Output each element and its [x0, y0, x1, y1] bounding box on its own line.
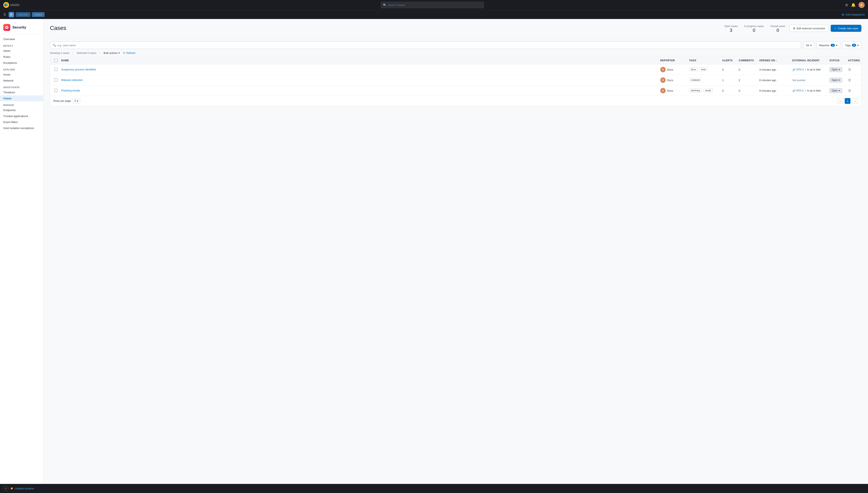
global-search-bar[interactable]: 🔍 Search Elastic — [381, 2, 484, 8]
help-icon[interactable]: ⊕ — [845, 3, 848, 7]
sidebar-item-event-filters[interactable]: Event filters — [0, 119, 43, 125]
opened-on-column-header: Opened on ↓ — [758, 57, 791, 64]
select-all-checkbox[interactable] — [54, 59, 58, 62]
create-new-case-button[interactable]: ＋ Create new case — [831, 25, 861, 32]
elastic-logo[interactable]: elastic — [3, 2, 20, 8]
sidebar-item-rules[interactable]: Rules — [0, 54, 43, 60]
row3-status-badge[interactable]: Open ▾ — [829, 88, 842, 93]
notifications-icon[interactable]: 🔔 — [851, 3, 855, 7]
elastic-wordmark: elastic — [10, 3, 20, 7]
row2-checkbox[interactable] — [54, 78, 58, 82]
previous-page-button[interactable]: ‹ — [837, 98, 843, 104]
sidebar-section-investigate: Investigate Timelines Cases — [0, 84, 43, 101]
sidebar-item-endpoints[interactable]: Endpoints — [0, 107, 43, 113]
hamburger-menu[interactable]: ☰ — [3, 13, 6, 17]
row3-delete-button[interactable]: 🗑 — [848, 89, 851, 92]
status-chevron-icon: ▾ — [839, 89, 840, 92]
cases-table: Name Reporter Tags Alerts Comments Opene… — [50, 57, 861, 96]
status-column-header: Status — [828, 57, 846, 64]
rows-per-page-select[interactable]: 5 ▾ — [73, 99, 80, 103]
case-search-wrapper[interactable]: 🔍 — [50, 42, 801, 49]
chevron-down-icon: ▾ — [810, 44, 812, 47]
sidebar-item-hosts[interactable]: Hosts — [0, 72, 43, 78]
row3-checkbox[interactable] — [54, 89, 58, 92]
row3-nta-link[interactable]: NTA-2 — [796, 89, 804, 92]
actions-column-header: Actions — [846, 57, 859, 64]
row3-case-link[interactable]: Phishing emails — [61, 89, 80, 92]
row1-status-badge[interactable]: Open ▾ — [829, 67, 842, 72]
row1-case-link[interactable]: Suspicious process identified — [61, 68, 96, 71]
table-meta-row: Showing 3 cases | Selected 0 cases | Bul… — [50, 51, 861, 55]
sidebar-item-timelines[interactable]: Timelines — [0, 89, 43, 95]
row2-alerts: 1 — [721, 76, 737, 84]
top-navigation: elastic 🔍 Search Elastic ⊕ 🔔 D — [0, 0, 868, 10]
next-page-button[interactable]: › — [852, 98, 858, 104]
edit-external-label: Edit external connection — [797, 27, 825, 30]
sidebar-item-trusted-apps[interactable]: Trusted applications — [0, 113, 43, 119]
row3-status: Open ▾ — [828, 86, 846, 95]
reporter-filter-button[interactable]: Reporter 1 ▾ — [817, 42, 840, 49]
row2-tags: malware — [687, 76, 721, 85]
breadcrumb: Security › Cases — [16, 12, 45, 17]
row1-checkbox[interactable] — [54, 68, 58, 71]
row1-alerts: 0 — [721, 66, 737, 74]
search-icon: 🔍 — [383, 3, 386, 7]
tags-filter-button[interactable]: Tags 5 ▾ — [842, 42, 861, 49]
sidebar-item-exceptions[interactable]: Exceptions — [0, 60, 43, 66]
row2-not-pushed-label: Not pushed — [792, 79, 805, 82]
breadcrumb-separator: › — [31, 13, 31, 16]
sidebar-item-host-isolation[interactable]: Host isolation exceptions — [0, 125, 43, 131]
row1-nta-link[interactable]: NTA-3 — [796, 68, 804, 71]
showing-cases-text: Showing 3 cases — [50, 51, 69, 55]
open-cases-stat: Open cases 3 — [725, 25, 738, 33]
refresh-label: Refresh — [127, 51, 136, 55]
sidebar-item-label: Host isolation exceptions — [3, 127, 34, 130]
row3-tags: phishing email — [687, 86, 721, 95]
sidebar-item-label: Hosts — [3, 73, 10, 76]
page-1-button[interactable]: 1 — [845, 98, 850, 104]
svg-point-4 — [6, 4, 8, 6]
case-search-input[interactable] — [58, 44, 799, 47]
sidebar-section-manage-label: Manage — [0, 101, 43, 107]
breadcrumb-cases[interactable]: Cases — [32, 12, 45, 17]
header-actions: ⚙ Edit external connection ＋ Create new … — [790, 25, 861, 32]
sidebar-item-label: Trusted applications — [3, 114, 28, 118]
row3-select — [52, 86, 60, 95]
row1-tag-host: host — [699, 67, 708, 71]
bulk-actions-button[interactable]: Bulk actions ▾ — [104, 51, 120, 55]
second-navigation-bar: ☰ D Security › Cases ⊞ Add integrations — [0, 10, 868, 19]
row1-status: Open ▾ — [828, 65, 846, 74]
sidebar-item-label: Timelines — [3, 91, 15, 94]
new-timeline-button[interactable]: + — [3, 486, 9, 491]
row1-reporter: D Docs — [659, 64, 687, 75]
row2-delete-button[interactable]: 🗑 — [848, 78, 851, 82]
reporter-filter-label: Reporter — [819, 44, 830, 47]
sidebar-item-network[interactable]: Network — [0, 78, 43, 84]
row1-opened-on: 3 minutes ago — [758, 66, 791, 74]
add-integrations-button[interactable]: ⊞ Add integrations — [842, 13, 865, 16]
table-pagination: Rows per page: 5 ▾ ‹ 1 › — [50, 96, 861, 106]
breadcrumb-security[interactable]: Security — [16, 12, 30, 17]
row1-external-icon: ↗ — [804, 68, 806, 71]
sidebar-item-overview[interactable]: Overview — [0, 36, 43, 42]
row2-status-badge[interactable]: Open ▾ — [829, 78, 842, 83]
refresh-button[interactable]: ↻ Refresh — [123, 51, 136, 55]
status-filter-button[interactable]: All ▾ — [803, 42, 814, 49]
timeline-label[interactable]: Untitled timeline — [15, 487, 34, 490]
comments-column-header: Comments — [737, 57, 758, 64]
sidebar-item-cases[interactable]: Cases — [0, 95, 43, 101]
space-badge[interactable]: D — [9, 12, 14, 17]
alerts-column-header: Alerts — [721, 57, 737, 64]
sidebar-item-alerts[interactable]: Alerts — [0, 48, 43, 54]
edit-external-icon: ⚙ — [793, 27, 795, 30]
row2-case-link[interactable]: Malware detected — [61, 79, 83, 82]
svg-point-5 — [6, 27, 7, 28]
row1-reporter-avatar: D — [660, 67, 666, 72]
row2-reporter-avatar: D — [660, 78, 666, 83]
table-header-row: Name Reporter Tags Alerts Comments Opene… — [50, 57, 861, 64]
edit-external-connection-button[interactable]: ⚙ Edit external connection — [790, 25, 829, 32]
row1-delete-button[interactable]: 🗑 — [848, 68, 851, 71]
row3-external-icon: ↗ — [804, 89, 806, 92]
user-avatar[interactable]: D — [859, 2, 865, 8]
main-content: Cases Open cases 3 In progress cases 0 C… — [43, 19, 868, 493]
